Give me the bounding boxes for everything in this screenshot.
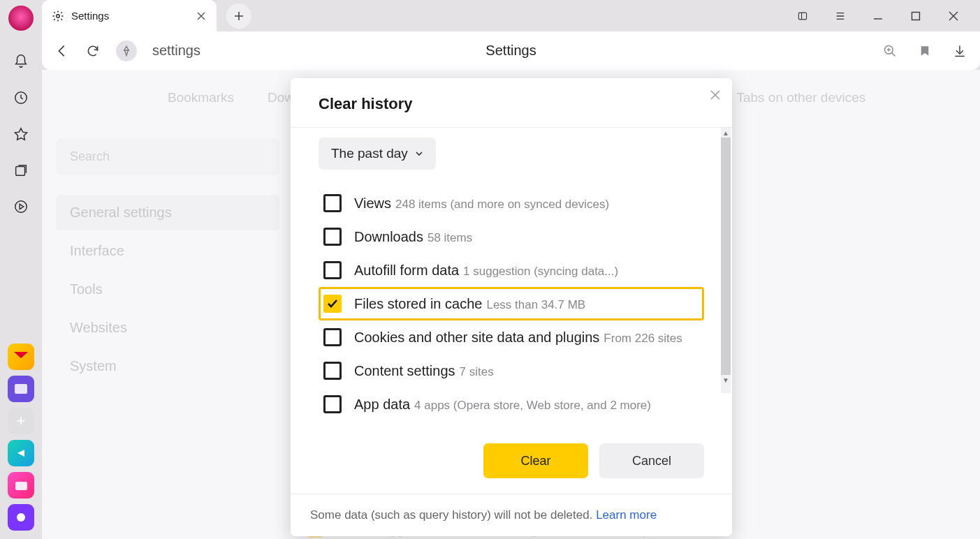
checkbox-content[interactable] [323, 362, 342, 380]
svg-rect-7 [798, 13, 806, 20]
dialog-title: Clear history [319, 95, 413, 113]
cancel-button[interactable]: Cancel [599, 443, 704, 478]
svg-rect-3 [15, 384, 27, 394]
opt-label: Views [354, 195, 391, 211]
option-row-cookies[interactable]: Cookies and other site data and pluginsF… [319, 320, 704, 354]
clear-button[interactable]: Clear [483, 443, 588, 478]
app-tile-teal[interactable] [8, 440, 34, 466]
close-window-button[interactable] [944, 6, 963, 26]
svg-point-5 [17, 513, 25, 522]
opt-label: App data [354, 397, 410, 412]
svg-rect-8 [912, 12, 920, 20]
page-heading: Settings [485, 43, 536, 59]
checkbox-cache[interactable] [323, 295, 342, 313]
checkbox-appdata[interactable] [323, 395, 342, 413]
history-icon[interactable] [13, 89, 29, 106]
opt-detail: Less than 34.7 MB [486, 298, 585, 311]
title-bar-controls [793, 0, 977, 31]
chevron-down-icon [415, 149, 423, 158]
svg-point-2 [15, 201, 27, 213]
option-row-autofill[interactable]: Autofill form data1 suggestion (syncing … [319, 253, 704, 287]
browser-side-panel: + [0, 0, 42, 539]
downloads-icon[interactable] [952, 43, 967, 59]
app-tile-add[interactable]: + [8, 408, 34, 434]
profile-avatar[interactable] [8, 6, 34, 31]
opt-label: Cookies and other site data and plugins [354, 330, 599, 345]
svg-rect-4 [15, 482, 27, 490]
opt-label: Downloads [354, 229, 423, 244]
footer-text: Some data (such as query history) will n… [310, 508, 596, 522]
dialog-scrollbar[interactable]: ▲ ▼ [721, 128, 731, 393]
reload-button[interactable] [85, 43, 101, 59]
app-tile-purple[interactable] [8, 376, 34, 402]
opt-label: Content settings [354, 363, 455, 378]
address-text[interactable]: settings [152, 43, 200, 59]
tab-settings[interactable]: Settings [42, 0, 217, 31]
option-row-cache[interactable]: Files stored in cacheLess than 34.7 MB [319, 287, 704, 320]
menu-icon[interactable] [831, 6, 850, 26]
opt-detail: 248 items (and more on synced devices) [395, 198, 609, 211]
gear-icon [52, 10, 64, 22]
option-row-downloads[interactable]: Downloads58 items [319, 220, 704, 253]
collections-icon[interactable] [13, 162, 29, 179]
zoom-icon[interactable] [882, 43, 898, 59]
opt-detail: 58 items [427, 231, 472, 244]
option-row-content[interactable]: Content settings7 sites [319, 354, 704, 387]
checkbox-views[interactable] [323, 194, 342, 212]
opt-detail: 7 sites [460, 365, 494, 378]
site-identity-icon[interactable] [116, 40, 137, 61]
checkbox-downloads[interactable] [323, 228, 342, 246]
tab-bar: Settings [42, 0, 980, 31]
tab-title: Settings [71, 10, 189, 22]
tab-close-button[interactable] [196, 10, 207, 22]
opt-detail: 1 suggestion (syncing data...) [463, 265, 618, 278]
sidebar-toggle-icon[interactable] [793, 6, 812, 26]
maximize-button[interactable] [906, 6, 926, 26]
svg-point-6 [57, 14, 60, 17]
time-range-label: The past day [331, 146, 408, 161]
option-row-views[interactable]: Views248 items (and more on synced devic… [319, 186, 704, 220]
minimize-button[interactable] [868, 6, 888, 26]
dialog-footer: Some data (such as query history) will n… [291, 494, 732, 536]
time-range-dropdown[interactable]: The past day [319, 138, 436, 170]
address-bar: settings Settings [42, 31, 980, 70]
learn-more-link[interactable]: Learn more [596, 508, 657, 522]
notifications-icon[interactable] [13, 53, 29, 70]
bookmark-icon[interactable] [917, 43, 933, 59]
app-tile-assistant[interactable] [8, 504, 34, 531]
opt-detail: 4 apps (Opera store, Web store, and 2 mo… [414, 399, 651, 412]
back-button[interactable] [54, 43, 70, 59]
clear-history-dialog: Clear history ▲ ▼ The past day Views248 … [291, 78, 732, 536]
opt-detail: From 226 sites [604, 332, 682, 345]
dialog-close-button[interactable] [708, 88, 722, 102]
play-icon[interactable] [13, 198, 29, 215]
svg-rect-1 [16, 167, 25, 176]
checkbox-cookies[interactable] [323, 328, 342, 346]
new-tab-button[interactable] [226, 3, 251, 29]
bookmarks-star-icon[interactable] [13, 126, 29, 142]
app-tile-mail[interactable] [8, 344, 34, 370]
opt-label: Files stored in cache [354, 296, 482, 311]
option-row-appdata[interactable]: App data4 apps (Opera store, Web store, … [319, 387, 704, 421]
opt-label: Autofill form data [354, 263, 459, 278]
checkbox-autofill[interactable] [323, 261, 342, 279]
app-tile-pink[interactable] [8, 472, 34, 499]
